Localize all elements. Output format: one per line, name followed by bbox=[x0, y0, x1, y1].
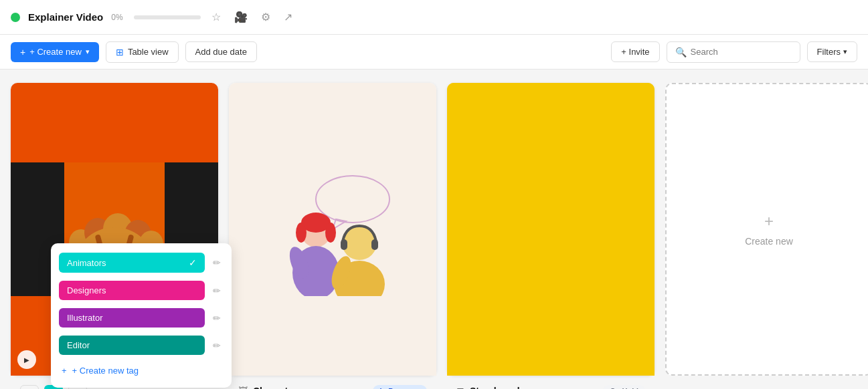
tag-designers-edit-button[interactable]: ✏ bbox=[210, 283, 224, 299]
tag-item-designers: Designers ✏ bbox=[51, 277, 232, 304]
card-2-status: In Progress bbox=[373, 385, 427, 389]
table-view-button[interactable]: ⊞ Table view bbox=[106, 41, 179, 63]
board: ▶ + 🏷 Animators ✓ ✏ Designers bbox=[0, 70, 868, 389]
card-3-header: ⊞ Storyboard ▾ On Hold bbox=[456, 385, 645, 389]
top-bar: Explainer Video 0% ☆ 🎥 ⚙ ↗ bbox=[0, 0, 868, 35]
storyboard-thumbnail bbox=[447, 83, 655, 217]
filters-button[interactable]: Filters ▾ bbox=[807, 41, 857, 62]
tag-item-illustrator: Illustrator ✏ bbox=[51, 304, 232, 332]
project-status-dot bbox=[11, 13, 20, 22]
share-button[interactable]: ↗ bbox=[281, 8, 295, 26]
progress-pct: 0% bbox=[111, 13, 122, 22]
tag-designers-label: Designers bbox=[67, 285, 106, 295]
chevron-icon: ▾ bbox=[525, 386, 529, 389]
chevron-icon: ▾ bbox=[307, 386, 311, 389]
settings-button[interactable]: ⚙ bbox=[258, 8, 273, 26]
card-2-thumbnail bbox=[229, 83, 436, 376]
due-date-label: Add due date bbox=[195, 47, 247, 57]
tag-item-animators: Animators ✓ ✏ bbox=[51, 249, 232, 277]
tag-dropdown: Animators ✓ ✏ Designers ✏ Illustrator ✏ bbox=[51, 243, 232, 388]
grid2-icon: ⊞ bbox=[456, 386, 464, 389]
search-input[interactable] bbox=[691, 47, 792, 57]
star-icon: ☆ bbox=[211, 11, 221, 23]
chevron-down-icon: ▾ bbox=[843, 47, 847, 56]
create-new-card[interactable]: + Create new bbox=[665, 83, 868, 376]
tag-editor-edit-button[interactable]: ✏ bbox=[210, 338, 224, 354]
filters-label: Filters bbox=[817, 47, 841, 57]
plus-icon: + bbox=[764, 212, 774, 231]
table-view-label: Table view bbox=[128, 47, 169, 57]
create-new-tag-row[interactable]: + + Create new tag bbox=[51, 359, 232, 382]
search-icon: 🔍 bbox=[675, 47, 687, 57]
tag-animators-label: Animators bbox=[67, 258, 106, 268]
toolbar: + + Create new ▾ ⊞ Table view Add due da… bbox=[0, 35, 868, 70]
check-icon: ✓ bbox=[189, 257, 197, 268]
card-2-body: 🖼 Characters ▾ In Progress Sep 2, 2021 S… bbox=[229, 376, 436, 389]
invite-button[interactable]: + Invite bbox=[611, 41, 659, 62]
create-new-button[interactable]: + + Create new ▾ bbox=[11, 42, 99, 62]
plus-icon: + bbox=[20, 47, 25, 57]
share-icon: ↗ bbox=[284, 11, 292, 23]
chevron-down-icon: ▾ bbox=[86, 47, 90, 56]
tag-editor-pill[interactable]: Editor bbox=[59, 336, 205, 355]
characters-illustration bbox=[229, 162, 436, 296]
tag-animators-pill[interactable]: Animators ✓ bbox=[59, 253, 205, 273]
image-icon: 🖼 bbox=[238, 386, 248, 389]
card-3-thumbnail bbox=[447, 83, 655, 376]
video-button[interactable]: 🎥 bbox=[232, 8, 250, 26]
card-2: 🖼 Characters ▾ In Progress Sep 2, 2021 S… bbox=[229, 83, 436, 376]
tag-animators-edit-button[interactable]: ✏ bbox=[210, 255, 224, 271]
tag-item-editor: Editor ✏ bbox=[51, 332, 232, 359]
svg-point-27 bbox=[325, 223, 336, 243]
card-3: ⊞ Storyboard ▾ On Hold Sep 1, 2021 + Due… bbox=[447, 83, 655, 376]
tag-editor-label: Editor bbox=[67, 340, 90, 350]
tag-illustrator-label: Illustrator bbox=[67, 313, 102, 323]
svg-point-26 bbox=[296, 223, 307, 243]
search-box: 🔍 bbox=[667, 41, 800, 63]
tag-designers-pill[interactable]: Designers bbox=[59, 281, 205, 300]
add-due-date-button[interactable]: Add due date bbox=[185, 41, 257, 62]
create-new-card-label: Create new bbox=[745, 236, 793, 247]
card-3-body: ⊞ Storyboard ▾ On Hold Sep 1, 2021 + Due… bbox=[447, 376, 655, 389]
add-section-button[interactable]: + bbox=[20, 385, 39, 389]
play-button[interactable]: ▶ bbox=[17, 350, 36, 369]
card-1: ▶ + 🏷 Animators ✓ ✏ Designers bbox=[11, 83, 218, 376]
video-icon: 🎥 bbox=[234, 11, 248, 23]
toolbar-right: + Invite 🔍 Filters ▾ bbox=[611, 41, 857, 63]
project-title: Explainer Video bbox=[28, 11, 103, 23]
progress-bar bbox=[134, 15, 201, 19]
settings-icon: ⚙ bbox=[261, 11, 270, 23]
grid-icon: ⊞ bbox=[116, 47, 124, 57]
tag-illustrator-pill[interactable]: Illustrator bbox=[59, 308, 205, 328]
create-new-label: + Create new bbox=[29, 47, 82, 57]
svg-rect-31 bbox=[341, 239, 347, 250]
plus-icon: + bbox=[62, 366, 67, 376]
tag-illustrator-edit-button[interactable]: ✏ bbox=[210, 310, 224, 326]
svg-rect-32 bbox=[371, 239, 378, 250]
invite-label: + Invite bbox=[621, 47, 649, 57]
card-3-status: On Hold bbox=[603, 385, 645, 389]
svg-rect-35 bbox=[447, 83, 655, 217]
create-new-tag-label: + Create new tag bbox=[72, 366, 139, 376]
card-2-title: Characters bbox=[253, 386, 302, 389]
card-3-title: Storyboard bbox=[470, 386, 520, 389]
card-2-header: 🖼 Characters ▾ In Progress bbox=[238, 385, 427, 389]
star-button[interactable]: ☆ bbox=[209, 8, 224, 26]
